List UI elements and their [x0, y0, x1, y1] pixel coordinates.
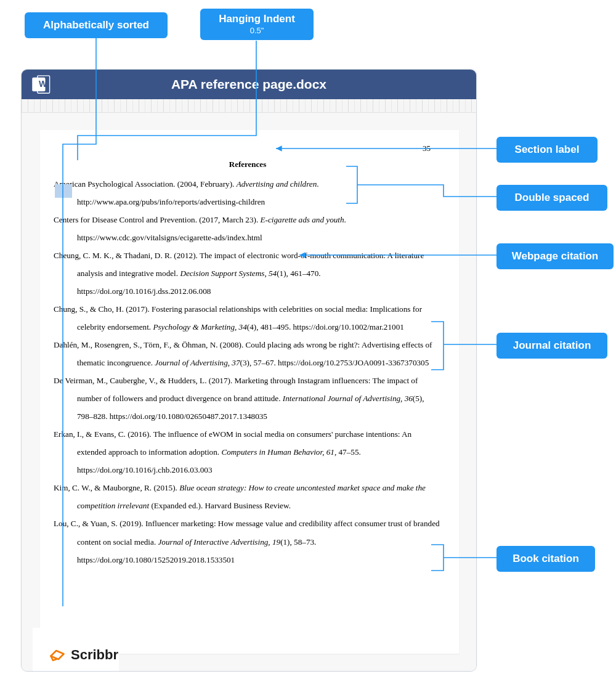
svg-text:W: W [39, 79, 47, 89]
reference-entry: De Veirman, M., Cauberghe, V., & Hudders… [54, 372, 442, 425]
label-journal-citation: Journal citation [496, 333, 607, 359]
page-number: 35 [423, 140, 431, 158]
label-double-spaced: Double spaced [496, 185, 607, 211]
reference-entry: Dahlén, M., Rosengren, S., Törn, F., & Ö… [54, 336, 442, 372]
label-section: Section label [496, 137, 598, 163]
reference-entry: American Psychological Association. (200… [54, 175, 442, 211]
paper: 35 References American Psychological Ass… [40, 130, 459, 654]
reference-entry: Lou, C., & Yuan, S. (2019). Influencer m… [54, 514, 442, 568]
indent-highlight [55, 184, 72, 198]
reference-entry: Centers for Disease Control and Preventi… [54, 211, 442, 246]
label-webpage-citation: Webpage citation [496, 243, 614, 269]
reference-entry: Kim, C. W., & Mauborgne, R. (2015). Blue… [54, 479, 442, 514]
reference-entry: Cheung, C. M. K., & Thadani, D. R. (2012… [54, 246, 442, 300]
brand-name: Scribbr [71, 647, 118, 663]
document-frame: W APA reference page.docx 35 References … [21, 69, 477, 672]
document-title: APA reference page.docx [52, 77, 476, 92]
page-background: 35 References American Psychological Ass… [22, 113, 476, 672]
label-alpha-sorted: Alphabetically sorted [25, 12, 168, 38]
ruler [22, 99, 476, 113]
document-header: W APA reference page.docx [22, 70, 476, 99]
references-heading: References [54, 156, 442, 174]
word-icon: W [28, 73, 52, 96]
label-book-citation: Book citation [496, 546, 595, 572]
reference-entry: Chung, S., & Cho, H. (2017). Fostering p… [54, 300, 442, 336]
reference-entry: Erkan, I., & Evans, C. (2016). The influ… [54, 425, 442, 479]
scribbr-logo: Scribbr [49, 646, 118, 664]
label-hanging-indent: Hanging Indent 0.5" [200, 9, 314, 40]
